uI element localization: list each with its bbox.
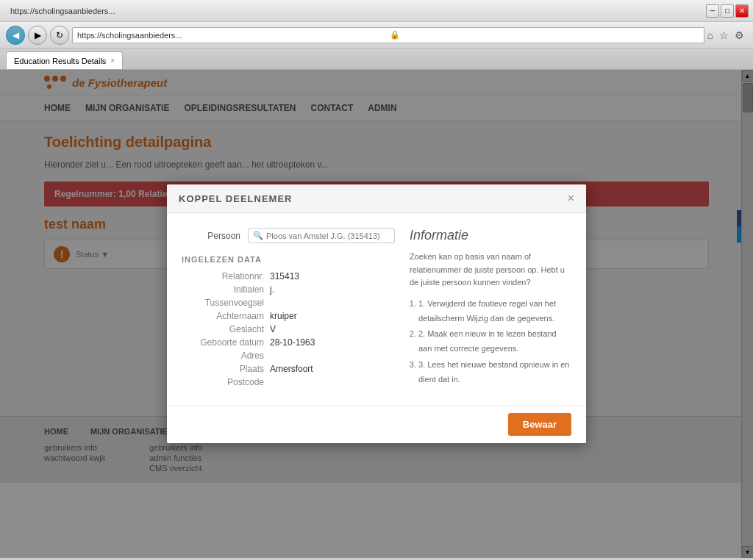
val-plaats: Amersfoort [270, 364, 313, 374]
tab-title: Education Results Details [14, 57, 106, 65]
browser-tab: https://scholingsaanbieders... [4, 7, 702, 15]
bookmark-icon[interactable]: ☆ [719, 29, 729, 41]
modal-title: KOPPEL DEELNEMER [179, 193, 292, 204]
key-geslacht: Geslacht [182, 324, 270, 334]
back-button[interactable]: ◀ [6, 26, 25, 45]
info-text: Zoeken kan op basis van naam of relatien… [410, 251, 571, 290]
data-row-relationnr: Relationnr. 315413 [182, 271, 395, 281]
info-list: 1. Verwijderd de foutieve regel van het … [410, 297, 571, 387]
key-relationnr: Relationnr. [182, 271, 270, 281]
val-relationnr: 315413 [270, 271, 299, 281]
key-adres: Adres [182, 351, 270, 361]
info-step-3: 3. Lees het nieuwe bestand opnieuw in en… [418, 358, 571, 387]
modal-left-panel: Persoon 🔍 INGELEZEN DATA Relationnr. 315… [182, 228, 395, 390]
active-tab[interactable]: Education Results Details × [6, 51, 123, 69]
key-plaats: Plaats [182, 364, 270, 374]
save-button[interactable]: Bewaar [508, 413, 571, 436]
data-row-geslacht: Geslacht V [182, 324, 395, 334]
val-initialen: j. [270, 284, 274, 295]
data-row-plaats: Plaats Amersfoort [182, 364, 395, 374]
key-postcode: Postcode [182, 377, 270, 387]
val-achternaam: kruiper [270, 311, 297, 321]
close-button[interactable]: ✕ [735, 4, 749, 18]
person-search-input[interactable] [266, 231, 384, 240]
data-row-tussenvoegsel: Tussenvoegsel [182, 298, 395, 308]
info-step-1: 1. Verwijderd de foutieve regel van het … [418, 297, 571, 326]
data-row-adres: Adres [182, 351, 395, 361]
person-search-wrap[interactable]: 🔍 [248, 228, 395, 243]
modal-overlay: KOPPEL DEELNEMER × Persoon 🔍 INGELEZEN D… [0, 70, 753, 558]
home-icon[interactable]: ⌂ [707, 29, 713, 41]
address-bar[interactable]: https://scholingsaanbieders... 🔒 [72, 27, 704, 43]
data-row-initialen: Initialen j. [182, 284, 395, 295]
forward-button[interactable]: ▶ [28, 26, 47, 45]
search-icon: 🔍 [253, 231, 263, 240]
modal-close-button[interactable]: × [568, 192, 574, 205]
settings-icon[interactable]: ⚙ [735, 29, 744, 41]
key-achternaam: Achternaam [182, 311, 270, 321]
refresh-button[interactable]: ↻ [50, 26, 69, 45]
koppel-deelnemer-modal: KOPPEL DEELNEMER × Persoon 🔍 INGELEZEN D… [167, 184, 586, 443]
val-geboortedatum: 28-10-1963 [270, 337, 315, 348]
tab-close-button[interactable]: × [110, 57, 115, 65]
key-initialen: Initialen [182, 284, 270, 295]
key-geboortedatum: Geboorte datum [182, 337, 270, 348]
data-row-achternaam: Achternaam kruiper [182, 311, 395, 321]
maximize-button[interactable]: □ [721, 4, 734, 18]
info-step-2: 2. Maak een nieuw in te lezen bestand aa… [418, 327, 571, 356]
val-geslacht: V [270, 324, 276, 334]
minimize-button[interactable]: ─ [706, 4, 719, 18]
modal-right-panel: Informatie Zoeken kan op basis van naam … [410, 228, 571, 390]
person-label: Persoon [182, 231, 240, 241]
info-title: Informatie [410, 228, 571, 243]
key-tussenvoegsel: Tussenvoegsel [182, 298, 270, 308]
data-row-geboortedatum: Geboorte datum 28-10-1963 [182, 337, 395, 348]
ingelezen-data-label: INGELEZEN DATA [182, 255, 395, 264]
data-row-postcode: Postcode [182, 377, 395, 387]
